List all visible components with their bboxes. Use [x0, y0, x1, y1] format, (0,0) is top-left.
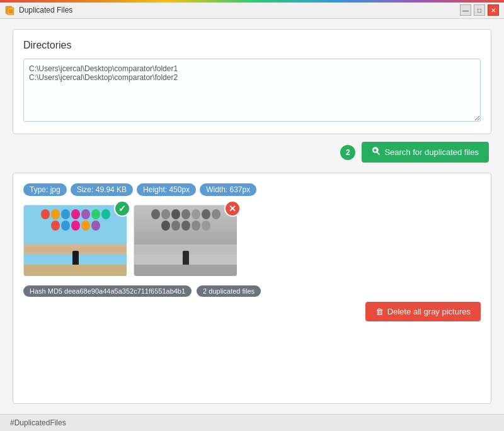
balloon [81, 209, 90, 219]
window-controls: — □ ✕ [460, 4, 499, 16]
balloon [51, 221, 60, 231]
balloon [192, 209, 200, 219]
balloon [91, 221, 100, 231]
title-bar: Duplicated Files — □ ✕ [0, 0, 504, 19]
footer: #DuplicatedFiles [0, 414, 504, 431]
results-section: Type: jpg Size: 49.94 KB Height: 450px W… [13, 173, 491, 404]
balloon [101, 209, 110, 219]
search-icon [372, 147, 381, 158]
balloon [171, 209, 180, 219]
title-text: Duplicated Files [19, 6, 460, 14]
balloon-group-color [38, 209, 113, 231]
color-image-container[interactable]: ✓ [23, 205, 126, 275]
minimize-button[interactable]: — [460, 4, 471, 16]
balloon [192, 221, 200, 231]
balloon [41, 209, 50, 219]
type-badge: Type: jpg [23, 183, 67, 196]
count-badge: 2 [340, 145, 355, 160]
main-window: Directories 2 Search for duplicated file… [0, 19, 504, 431]
app-icon [5, 5, 15, 15]
directories-input[interactable] [23, 59, 481, 122]
balloon [151, 209, 160, 219]
search-row: 2 Search for duplicated files [13, 142, 491, 165]
ground [24, 265, 127, 276]
search-button-label: Search for duplicated files [384, 147, 479, 157]
height-badge: Height: 450px [137, 183, 196, 196]
balloon [91, 209, 100, 219]
balloon [71, 209, 80, 219]
close-button[interactable]: ✕ [488, 4, 499, 16]
balloon [212, 209, 220, 219]
check-icon: ✓ [114, 200, 130, 217]
delete-row: 🗑 Delete all gray pictures [23, 302, 481, 321]
balloon [181, 221, 190, 231]
hash-row: Hash MD5 deea68e90a44a5a352c711f6551ab4b… [23, 285, 481, 297]
hash-badge: Hash MD5 deea68e90a44a5a352c711f6551ab4b… [23, 285, 192, 297]
balloon [202, 221, 210, 231]
balloon [161, 221, 170, 231]
balloon [181, 209, 190, 219]
trash-icon: 🗑 [375, 307, 384, 316]
dup-count-badge: 2 duplicated files [197, 285, 261, 297]
rainbow-bar [0, 0, 504, 3]
balloon [202, 209, 210, 219]
gray-image [134, 205, 237, 276]
gray-image-preview [134, 205, 237, 276]
ground-gray [134, 265, 237, 276]
directories-section: Directories [13, 29, 491, 134]
balloon-group-gray [148, 209, 224, 231]
color-image [24, 205, 127, 276]
size-badge: Size: 49.94 KB [71, 183, 133, 196]
balloon [71, 221, 80, 231]
balloon [61, 221, 70, 231]
balloon [51, 209, 60, 219]
gray-image-container[interactable]: ✕ [134, 205, 236, 275]
balloon [61, 209, 70, 219]
width-badge: Width: 637px [200, 183, 256, 196]
delete-button-label: Delete all gray pictures [387, 307, 471, 316]
content-area: Directories 2 Search for duplicated file… [0, 19, 504, 414]
balloon [161, 209, 170, 219]
delete-button[interactable]: 🗑 Delete all gray pictures [365, 302, 481, 321]
file-badges: Type: jpg Size: 49.94 KB Height: 450px W… [23, 183, 481, 196]
search-button[interactable]: Search for duplicated files [362, 142, 489, 163]
footer-text: #DuplicatedFiles [10, 418, 66, 427]
image-row: ✓ [23, 205, 481, 275]
directories-heading: Directories [23, 40, 481, 51]
x-icon: ✕ [224, 200, 241, 217]
maximize-button[interactable]: □ [474, 4, 485, 16]
balloon [81, 221, 90, 231]
color-image-preview [24, 205, 127, 276]
balloon [171, 221, 180, 231]
